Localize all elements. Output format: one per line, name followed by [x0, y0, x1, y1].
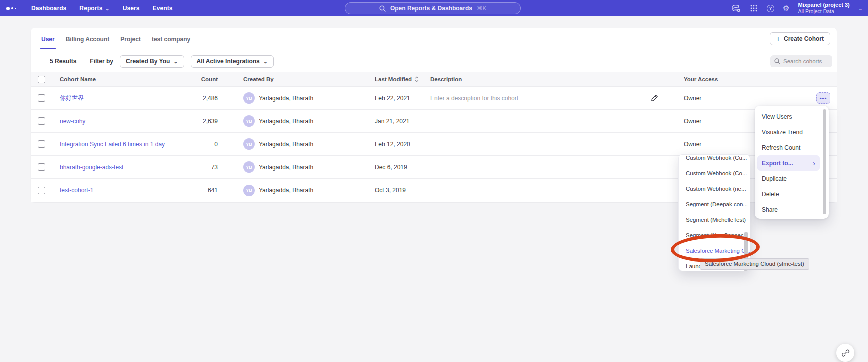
search-icon — [380, 5, 386, 12]
project-switcher[interactable]: Mixpanel (project 3) All Project Data — [798, 2, 850, 15]
menu-item-share[interactable]: Share — [755, 202, 819, 217]
menu-item-duplicate[interactable]: Duplicate — [755, 171, 819, 186]
data-management-icon[interactable] — [732, 4, 741, 13]
chevron-down-icon: ⌄ — [105, 7, 110, 10]
last-modified: Dec 6, 2019 — [375, 156, 408, 178]
nav-right-cluster: ? ⚙ Mixpanel (project 3) All Project Dat… — [732, 0, 863, 16]
nav-item-users[interactable]: Users — [123, 5, 140, 12]
link-icon — [842, 349, 850, 357]
filter-by-label: Filter by — [90, 58, 114, 65]
nav-links: Dashboards Reports⌄ Users Events — [32, 5, 173, 12]
global-search-shortcut: ⌘K — [477, 5, 486, 12]
col-created-by: Created By — [244, 72, 274, 86]
filter-bar: 5 Results Filter by Created By You ⌄ All… — [31, 50, 837, 72]
table-row: 你好世界 2,486 YBYarlagadda, Bharath Feb 22,… — [31, 87, 837, 110]
help-icon[interactable]: ? — [767, 5, 774, 12]
row-checkbox[interactable] — [38, 140, 46, 148]
nav-item-reports[interactable]: Reports⌄ — [80, 5, 110, 12]
submenu-item-custom-webhook-3[interactable]: Custom Webhook (ne... — [679, 181, 750, 196]
description-input[interactable] — [430, 95, 580, 102]
cohort-name-link[interactable]: new-cohy — [60, 110, 86, 132]
settings-gear-icon[interactable]: ⚙ — [783, 4, 790, 13]
cohort-count: 73 — [158, 156, 218, 178]
tab-user[interactable]: User — [36, 28, 60, 50]
menu-item-export-to[interactable]: Export to... › — [758, 155, 820, 171]
last-modified: Feb 22, 2021 — [375, 87, 410, 109]
menu-item-view-users[interactable]: View Users — [755, 109, 819, 124]
created-by-filter[interactable]: Created By You ⌄ — [120, 55, 184, 68]
avatar: YB — [244, 115, 255, 127]
menu-item-refresh-count[interactable]: Refresh Count — [755, 140, 819, 155]
share-link-button[interactable] — [836, 344, 854, 362]
cohort-count: 641 — [158, 179, 218, 202]
menu-scrollbar[interactable] — [823, 109, 826, 214]
chevron-down-icon: ⌄ — [174, 60, 178, 63]
cohort-count: 2,639 — [158, 110, 218, 132]
submenu-item-custom-webhook-2[interactable]: Custom Webhook (Co... — [679, 165, 750, 181]
search-icon — [774, 58, 780, 64]
table-row: Integration Sync Failed 6 times in 1 day… — [31, 133, 837, 156]
chevron-down-icon[interactable]: ⌄ — [858, 5, 863, 12]
cohort-name-link[interactable]: test-cohort-1 — [60, 179, 94, 202]
avatar: YB — [244, 92, 255, 104]
apps-grid-icon[interactable] — [750, 4, 758, 13]
search-cohorts-input[interactable] — [784, 58, 828, 64]
creator-name: Yarlagadda, Bharath — [259, 164, 314, 171]
nav-item-events[interactable]: Events — [153, 5, 173, 12]
cohort-name-link[interactable]: 你好世界 — [60, 87, 84, 109]
export-submenu: Custom Webhook (Cu... Custom Webhook (Co… — [678, 154, 750, 271]
creator-name: Yarlagadda, Bharath — [259, 95, 314, 102]
tab-project[interactable]: Project — [115, 28, 146, 50]
project-name: Mixpanel (project 3) — [798, 2, 850, 8]
cohort-count: 2,486 — [158, 87, 218, 109]
row-checkbox[interactable] — [38, 187, 46, 194]
cohort-name-link[interactable]: Integration Sync Failed 6 times in 1 day — [60, 133, 165, 155]
menu-item-visualize-trend[interactable]: Visualize Trend — [755, 124, 819, 140]
divider — [83, 57, 84, 65]
creator-name: Yarlagadda, Bharath — [259, 118, 314, 125]
cohort-name-link[interactable]: bharath-google-ads-test — [60, 156, 124, 178]
global-search-bar[interactable]: Open Reports & Dashboards ⌘K — [345, 2, 521, 14]
row-context-menu: View Users Visualize Trend Refresh Count… — [755, 106, 829, 219]
search-cohorts-box[interactable] — [770, 55, 832, 67]
row-checkbox[interactable] — [38, 94, 46, 102]
submenu-item-salesforce-marketing-cloud[interactable]: Salesforce Marketing C... — [679, 243, 750, 258]
col-cohort-name: Cohort Name — [60, 72, 96, 86]
create-cohort-button[interactable]: + Create Cohort — [770, 32, 830, 45]
row-checkbox[interactable] — [38, 117, 46, 125]
mixpanel-cohorts-page: Dashboards Reports⌄ Users Events Open Re… — [0, 0, 868, 362]
cohort-tabs: User Billing Account Project test compan… — [31, 28, 837, 50]
row-checkbox[interactable] — [38, 163, 46, 171]
submenu-item-segment-1[interactable]: Segment (Deepak con... — [679, 196, 750, 212]
menu-item-delete[interactable]: Delete — [755, 186, 819, 202]
col-count: Count — [158, 72, 218, 86]
col-description: Description — [430, 72, 462, 86]
access-level: Owner — [684, 110, 702, 132]
last-modified: Feb 12, 2020 — [375, 133, 410, 155]
results-count: 5 Results — [50, 58, 76, 65]
last-modified: Oct 3, 2019 — [375, 179, 406, 202]
submenu-item-segment-2[interactable]: Segment (MichelleTest) — [679, 212, 750, 227]
mixpanel-logo-icon[interactable] — [6, 7, 16, 10]
select-all-checkbox[interactable] — [38, 76, 46, 83]
last-modified: Jan 21, 2021 — [375, 110, 410, 132]
nav-item-dashboards[interactable]: Dashboards — [32, 5, 66, 12]
creator-name: Yarlagadda, Bharath — [259, 187, 314, 194]
chevron-right-icon: › — [813, 159, 816, 167]
submenu-item-custom-webhook-1[interactable]: Custom Webhook (Cu... — [679, 154, 750, 165]
tab-billing-account[interactable]: Billing Account — [60, 28, 116, 50]
row-more-actions-button[interactable]: ••• — [816, 92, 830, 104]
salesforce-tooltip: Salesforce Marketing Cloud (sfmc-test) — [700, 258, 810, 270]
table-row: new-cohy 2,639 YBYarlagadda, Bharath Jan… — [31, 110, 837, 133]
plus-icon: + — [776, 35, 780, 43]
submenu-item-segment-3[interactable]: Segment (NewConnec... — [679, 227, 750, 243]
creator-name: Yarlagadda, Bharath — [259, 141, 314, 148]
create-cohort-label: Create Cohort — [784, 35, 824, 42]
edit-pencil-icon[interactable] — [651, 87, 658, 109]
avatar: YB — [244, 185, 255, 196]
sort-icon — [415, 76, 419, 82]
col-last-modified[interactable]: Last Modified — [375, 72, 419, 86]
integrations-filter[interactable]: All Active Integrations ⌄ — [191, 55, 274, 68]
avatar: YB — [244, 161, 255, 173]
tab-test-company[interactable]: test company — [146, 28, 196, 50]
